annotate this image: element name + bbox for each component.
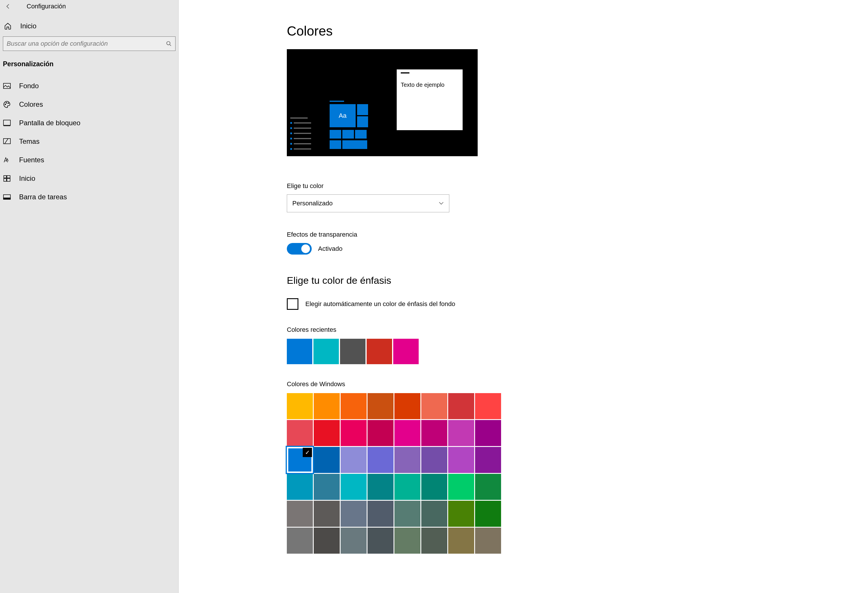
back-icon[interactable] [4, 2, 12, 10]
sidebar-item-label: Fondo [19, 82, 39, 90]
windows-color-swatch[interactable] [368, 501, 394, 527]
windows-color-swatch[interactable] [368, 528, 394, 554]
windows-color-swatch[interactable] [448, 393, 474, 419]
windows-color-swatch[interactable] [475, 420, 501, 446]
sidebar-item-label: Fuentes [19, 156, 44, 164]
svg-point-4 [8, 103, 9, 104]
search-input[interactable] [7, 40, 166, 47]
windows-color-swatch[interactable] [394, 393, 421, 419]
main-content: Colores Aa Texto de ejemplo [179, 0, 868, 593]
windows-color-swatch[interactable] [421, 501, 447, 527]
windows-color-swatch[interactable] [341, 447, 367, 473]
windows-color-swatch[interactable] [287, 420, 313, 446]
svg-point-2 [5, 104, 6, 105]
windows-color-swatch[interactable] [475, 474, 501, 500]
windows-color-swatch[interactable] [475, 528, 501, 554]
svg-point-3 [6, 102, 7, 103]
sidebar-item-temas[interactable]: Temas [0, 132, 179, 151]
windows-color-swatch[interactable] [394, 420, 421, 446]
recent-color-swatch[interactable] [287, 339, 312, 364]
windows-color-swatch[interactable] [287, 474, 313, 500]
lockscreen-icon [3, 119, 11, 127]
picture-icon [3, 82, 11, 90]
accent-heading: Elige tu color de énfasis [287, 275, 868, 286]
recent-color-swatch[interactable] [367, 339, 392, 364]
search-input-container[interactable] [3, 37, 176, 51]
windows-color-swatch[interactable] [341, 393, 367, 419]
windows-color-swatch[interactable] [341, 501, 367, 527]
themes-icon [3, 138, 11, 145]
recent-color-swatch[interactable] [393, 339, 419, 364]
windows-color-swatch[interactable] [448, 528, 474, 554]
recent-color-swatch[interactable] [313, 339, 339, 364]
svg-point-0 [167, 41, 170, 45]
windows-color-swatch[interactable] [421, 474, 447, 500]
windows-color-swatch[interactable] [287, 501, 313, 527]
page-title: Colores [287, 23, 868, 39]
header-title: Configuración [27, 3, 66, 10]
toggle-state-label: Activado [318, 245, 342, 253]
svg-rect-12 [3, 198, 10, 199]
svg-rect-8 [7, 176, 10, 178]
windows-color-swatch[interactable] [394, 447, 421, 473]
start-icon [3, 174, 11, 182]
windows-color-swatch[interactable] [287, 528, 313, 554]
home-link[interactable]: Inicio [0, 16, 179, 37]
recent-color-swatch[interactable] [340, 339, 366, 364]
windows-color-swatch[interactable] [368, 474, 394, 500]
windows-colors-label: Colores de Windows [287, 380, 868, 388]
windows-color-swatch[interactable] [421, 528, 447, 554]
windows-color-swatch[interactable] [314, 501, 340, 527]
home-label: Inicio [20, 22, 37, 30]
transparency-toggle[interactable] [287, 243, 312, 254]
recent-colors-label: Colores recientes [287, 326, 868, 334]
sidebar-item-inicio[interactable]: Inicio [0, 169, 179, 188]
sidebar-item-pantalla-bloqueo[interactable]: Pantalla de bloqueo [0, 114, 179, 132]
windows-color-swatch[interactable] [421, 420, 447, 446]
search-icon [166, 41, 172, 47]
auto-accent-checkbox[interactable] [287, 298, 298, 310]
windows-color-swatch[interactable] [341, 474, 367, 500]
windows-color-swatch[interactable] [475, 447, 501, 473]
windows-color-swatch[interactable] [394, 528, 421, 554]
windows-color-swatch[interactable] [394, 474, 421, 500]
section-title: Personalización [0, 58, 179, 77]
sidebar-item-fuentes[interactable]: Fuentes [0, 151, 179, 169]
windows-color-swatch[interactable]: ✓ [287, 447, 313, 473]
windows-color-swatch[interactable] [475, 393, 501, 419]
taskbar-icon [3, 193, 11, 201]
windows-color-swatch[interactable] [314, 528, 340, 554]
windows-color-swatch[interactable] [368, 420, 394, 446]
windows-colors-grid: ✓ [287, 393, 868, 554]
windows-color-swatch[interactable] [448, 501, 474, 527]
windows-color-swatch[interactable] [314, 420, 340, 446]
windows-color-swatch[interactable] [394, 501, 421, 527]
windows-color-swatch[interactable] [448, 447, 474, 473]
transparency-label: Efectos de transparencia [287, 231, 868, 238]
sidebar-item-label: Pantalla de bloqueo [19, 119, 80, 127]
windows-color-swatch[interactable] [368, 447, 394, 473]
windows-color-swatch[interactable] [341, 528, 367, 554]
sidebar-item-label: Temas [19, 138, 40, 145]
choose-color-label: Elige tu color [287, 182, 868, 190]
windows-color-swatch[interactable] [421, 393, 447, 419]
sidebar-item-fondo[interactable]: Fondo [0, 77, 179, 95]
preview-sample-text: Texto de ejemplo [397, 74, 463, 88]
sidebar-item-barra-tareas[interactable]: Barra de tareas [0, 188, 179, 206]
windows-color-swatch[interactable] [448, 474, 474, 500]
windows-color-swatch[interactable] [421, 447, 447, 473]
windows-color-swatch[interactable] [287, 393, 313, 419]
windows-color-swatch[interactable] [368, 393, 394, 419]
windows-color-swatch[interactable] [314, 474, 340, 500]
windows-color-swatch[interactable] [314, 447, 340, 473]
sidebar-item-colores[interactable]: Colores [0, 95, 179, 114]
windows-color-swatch[interactable] [475, 501, 501, 527]
windows-color-swatch[interactable] [314, 393, 340, 419]
svg-rect-9 [4, 179, 6, 181]
dropdown-value: Personalizado [292, 200, 332, 207]
sidebar-item-label: Inicio [19, 174, 35, 182]
windows-color-swatch[interactable] [448, 420, 474, 446]
sidebar: Configuración Inicio Personalización Fon… [0, 0, 179, 593]
color-mode-dropdown[interactable]: Personalizado [287, 194, 449, 212]
windows-color-swatch[interactable] [341, 420, 367, 446]
